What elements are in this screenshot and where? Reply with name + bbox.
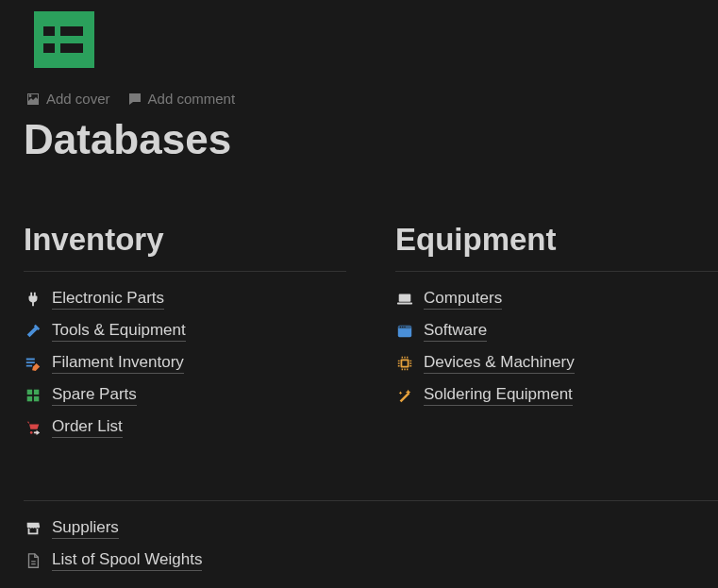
link-item-label: Electronic Parts <box>52 289 164 310</box>
link-item[interactable]: Devices & Machinery <box>395 353 718 374</box>
wand-icon <box>395 386 414 405</box>
svg-rect-6 <box>399 294 411 302</box>
laptop-icon <box>395 290 414 309</box>
link-item-label: List of Spool Weights <box>52 550 202 571</box>
link-list: Electronic PartsTools & EquipmentFilamen… <box>24 289 346 438</box>
add-cover-button[interactable]: Add cover <box>25 91 110 107</box>
link-item[interactable]: Suppliers <box>24 518 718 539</box>
column-equipment: Equipment ComputersSoftwareDevices & Mac… <box>395 222 718 438</box>
store-icon <box>24 519 42 538</box>
link-item[interactable]: Filament Inventory <box>24 353 346 374</box>
window-icon <box>395 322 414 341</box>
svg-rect-7 <box>397 303 412 305</box>
link-item[interactable]: Software <box>395 321 718 342</box>
link-item[interactable]: Computers <box>395 289 718 310</box>
link-item-label: Tools & Equipment <box>52 321 186 342</box>
link-item[interactable]: Electronic Parts <box>24 289 346 310</box>
svg-rect-3 <box>34 396 39 401</box>
column-inventory: Inventory Electronic PartsTools & Equipm… <box>24 222 346 438</box>
link-item[interactable]: Tools & Equipment <box>24 321 346 342</box>
column-heading: Equipment <box>395 222 718 258</box>
link-item[interactable]: Order List <box>24 417 346 438</box>
divider <box>24 500 718 501</box>
bottom-section: SuppliersList of Spool Weights <box>24 500 718 571</box>
svg-point-10 <box>400 327 401 328</box>
comment-icon <box>127 92 142 107</box>
link-item-label: Order List <box>52 417 123 438</box>
puzzle-icon <box>24 386 42 405</box>
link-item[interactable]: Spare Parts <box>24 385 346 406</box>
svg-point-12 <box>404 327 405 328</box>
link-item-label: Devices & Machinery <box>424 353 575 374</box>
link-item-label: Spare Parts <box>52 385 137 406</box>
svg-rect-14 <box>402 361 407 365</box>
page-icon-database[interactable] <box>34 11 94 68</box>
svg-point-4 <box>30 431 33 434</box>
svg-rect-2 <box>27 396 32 401</box>
chip-icon <box>395 354 414 373</box>
page-title: Databases <box>24 116 718 163</box>
list-edit-icon <box>24 354 42 373</box>
svg-rect-1 <box>34 390 39 395</box>
cart-share-icon <box>24 418 42 437</box>
hammer-icon <box>24 322 42 341</box>
link-item-label: Software <box>424 321 487 342</box>
columns-container: Inventory Electronic PartsTools & Equipm… <box>24 222 718 438</box>
link-item-label: Computers <box>424 289 502 310</box>
column-heading: Inventory <box>24 222 346 258</box>
page-actions: Add cover Add comment <box>25 91 718 107</box>
add-cover-label: Add cover <box>46 91 110 107</box>
divider <box>395 271 718 272</box>
image-icon <box>25 92 41 107</box>
link-item[interactable]: Soldering Equipment <box>395 385 718 406</box>
link-item-label: Filament Inventory <box>52 353 184 374</box>
svg-point-11 <box>402 327 403 328</box>
add-comment-button[interactable]: Add comment <box>127 91 236 107</box>
add-comment-label: Add comment <box>148 91 236 107</box>
divider <box>24 271 346 272</box>
link-list: ComputersSoftwareDevices & MachinerySold… <box>395 289 718 406</box>
link-item-label: Suppliers <box>52 518 119 539</box>
svg-rect-0 <box>27 390 32 395</box>
plug-icon <box>24 290 42 309</box>
link-item-label: Soldering Equipment <box>424 385 573 406</box>
file-icon <box>24 551 42 570</box>
link-list: SuppliersList of Spool Weights <box>24 518 718 571</box>
link-item[interactable]: List of Spool Weights <box>24 550 718 571</box>
